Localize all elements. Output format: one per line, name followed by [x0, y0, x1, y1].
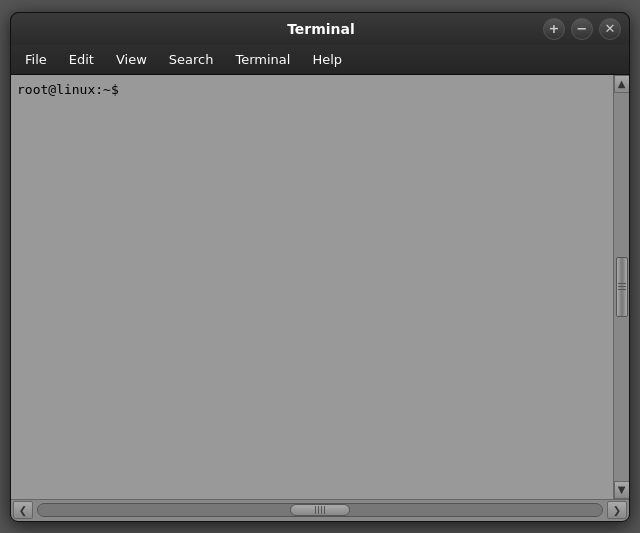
menu-edit[interactable]: Edit [59, 48, 104, 71]
menu-help[interactable]: Help [302, 48, 352, 71]
menu-view[interactable]: View [106, 48, 157, 71]
scroll-track-vertical[interactable] [614, 93, 629, 481]
content-wrapper: root@linux:~$ ▲ ▼ [11, 75, 629, 499]
window-controls: + − ✕ [543, 18, 621, 40]
add-button[interactable]: + [543, 18, 565, 40]
vertical-scrollbar: ▲ ▼ [613, 75, 629, 499]
scroll-track-horizontal[interactable] [37, 503, 603, 517]
h-grip-line-2 [318, 506, 319, 514]
scroll-thumb-horizontal[interactable] [290, 504, 350, 516]
h-grip-line-4 [324, 506, 325, 514]
menu-terminal[interactable]: Terminal [225, 48, 300, 71]
scroll-down-arrow[interactable]: ▼ [614, 481, 630, 499]
menu-search[interactable]: Search [159, 48, 224, 71]
grip-line-3 [618, 289, 626, 290]
scroll-thumb-vertical[interactable] [616, 257, 628, 317]
h-grip-line-3 [321, 506, 322, 514]
title-bar: Terminal + − ✕ [11, 13, 629, 45]
close-button[interactable]: ✕ [599, 18, 621, 40]
horizontal-scrollbar: ❮ ❯ [11, 499, 629, 521]
scroll-right-arrow[interactable]: ❯ [607, 501, 627, 519]
grip-line-2 [618, 286, 626, 287]
menu-bar: File Edit View Search Terminal Help [11, 45, 629, 75]
minimize-button[interactable]: − [571, 18, 593, 40]
menu-file[interactable]: File [15, 48, 57, 71]
scroll-up-arrow[interactable]: ▲ [614, 75, 630, 93]
terminal-area[interactable]: root@linux:~$ [11, 75, 613, 499]
thumb-grip-vertical [618, 283, 626, 290]
terminal-prompt: root@linux:~$ [17, 81, 607, 99]
grip-line-1 [618, 283, 626, 284]
window-title: Terminal [99, 21, 543, 37]
scroll-left-arrow[interactable]: ❮ [13, 501, 33, 519]
h-grip-line-1 [315, 506, 316, 514]
terminal-window: Terminal + − ✕ File Edit View Search Ter… [10, 12, 630, 522]
